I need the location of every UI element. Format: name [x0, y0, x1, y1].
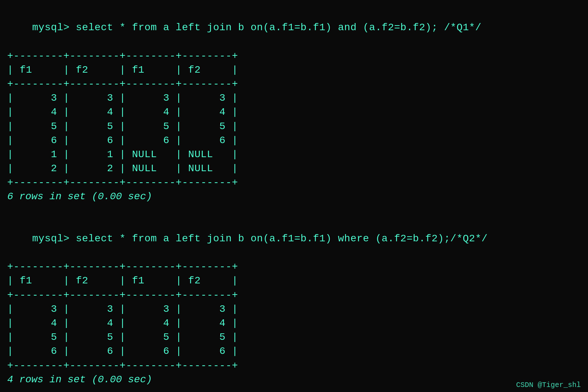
query2-header: | f1 | f2 | f1 | f2 | [7, 274, 581, 288]
query1-sep-bot: +--------+--------+--------+--------+ [7, 176, 581, 190]
table-row: | 5 | 5 | 5 | 5 | [7, 119, 581, 133]
query2-result: 4 rows in set (0.00 sec) [7, 373, 581, 387]
query2-prompt: mysql> [32, 233, 69, 244]
table-row: | 3 | 3 | 3 | 3 | [7, 302, 581, 316]
query2-block: mysql> select * from a left join b on(a.… [7, 218, 581, 387]
query1-sep-mid: +--------+--------+--------+--------+ [7, 77, 581, 91]
table-row: | 1 | 1 | NULL | NULL | [7, 147, 581, 161]
query2-sql: select * from a left join b on(a.f1=b.f1… [70, 233, 488, 244]
table-row: | 4 | 4 | 4 | 4 | [7, 316, 581, 330]
query1-prompt: mysql> [32, 22, 69, 33]
table-row: | 5 | 5 | 5 | 5 | [7, 330, 581, 344]
table-row: | 3 | 3 | 3 | 3 | [7, 91, 581, 105]
query1-sep-top: +--------+--------+--------+--------+ [7, 49, 581, 63]
watermark: CSDN @Tiger_shl [516, 380, 581, 390]
query1-block: mysql> select * from a left join b on(a.… [7, 6, 581, 204]
table-row: | 2 | 2 | NULL | NULL | [7, 161, 581, 176]
query1-sql: select * from a left join b on(a.f1=b.f1… [70, 22, 482, 33]
table-row: | 6 | 6 | 6 | 6 | [7, 133, 581, 147]
query2-sep-bot: +--------+--------+--------+--------+ [7, 359, 581, 373]
query2-sep-top: +--------+--------+--------+--------+ [7, 260, 581, 274]
table-row: | 4 | 4 | 4 | 4 | [7, 105, 581, 119]
query2-line: mysql> select * from a left join b on(a.… [7, 218, 581, 260]
query1-header: | f1 | f2 | f1 | f2 | [7, 63, 581, 77]
query1-line: mysql> select * from a left join b on(a.… [7, 6, 581, 49]
table-row: | 6 | 6 | 6 | 6 | [7, 344, 581, 358]
query1-result: 6 rows in set (0.00 sec) [7, 190, 581, 204]
query2-sep-mid: +--------+--------+--------+--------+ [7, 288, 581, 302]
